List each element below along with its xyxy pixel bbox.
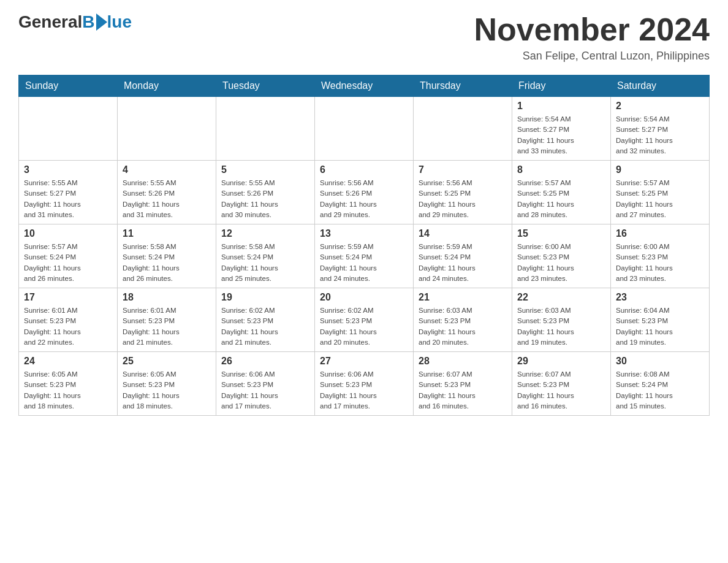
logo-blue: lue: [107, 12, 132, 32]
logo-blue-part: B lue: [82, 12, 132, 32]
day-info: Sunrise: 6:03 AM Sunset: 5:23 PM Dayligh…: [517, 305, 605, 348]
day-info: Sunrise: 6:02 AM Sunset: 5:23 PM Dayligh…: [221, 305, 309, 348]
calendar-cell: [315, 97, 414, 161]
calendar-cell: 9Sunrise: 5:57 AM Sunset: 5:25 PM Daylig…: [611, 161, 710, 224]
day-number: 1: [517, 101, 605, 112]
calendar-cell: 27Sunrise: 6:06 AM Sunset: 5:23 PM Dayli…: [315, 352, 414, 416]
logo-general: General: [18, 12, 82, 32]
day-info: Sunrise: 6:06 AM Sunset: 5:23 PM Dayligh…: [320, 369, 408, 412]
calendar-cell: 1Sunrise: 5:54 AM Sunset: 5:27 PM Daylig…: [512, 97, 611, 161]
col-tuesday: Tuesday: [216, 75, 315, 97]
calendar-header-row: Sunday Monday Tuesday Wednesday Thursday…: [19, 75, 710, 97]
col-sunday: Sunday: [19, 75, 118, 97]
logo-b: B: [82, 12, 94, 32]
week-row-5: 24Sunrise: 6:05 AM Sunset: 5:23 PM Dayli…: [19, 352, 710, 416]
col-thursday: Thursday: [414, 75, 512, 97]
day-number: 14: [419, 228, 507, 239]
day-number: 2: [616, 101, 704, 112]
calendar-cell: [19, 97, 118, 161]
calendar-cell: 16Sunrise: 6:00 AM Sunset: 5:23 PM Dayli…: [611, 224, 710, 288]
calendar-cell: 10Sunrise: 5:57 AM Sunset: 5:24 PM Dayli…: [19, 224, 118, 288]
day-info: Sunrise: 5:59 AM Sunset: 5:24 PM Dayligh…: [419, 242, 507, 284]
day-info: Sunrise: 6:06 AM Sunset: 5:23 PM Dayligh…: [221, 369, 309, 412]
logo-text: General B lue: [18, 12, 132, 32]
day-info: Sunrise: 6:00 AM Sunset: 5:23 PM Dayligh…: [616, 242, 704, 284]
calendar-cell: 11Sunrise: 5:58 AM Sunset: 5:24 PM Dayli…: [118, 224, 216, 288]
calendar-cell: 29Sunrise: 6:07 AM Sunset: 5:23 PM Dayli…: [512, 352, 611, 416]
day-info: Sunrise: 6:01 AM Sunset: 5:23 PM Dayligh…: [24, 305, 112, 348]
calendar-cell: 15Sunrise: 6:00 AM Sunset: 5:23 PM Dayli…: [512, 224, 611, 288]
day-number: 10: [24, 228, 112, 239]
day-info: Sunrise: 5:56 AM Sunset: 5:25 PM Dayligh…: [419, 178, 507, 220]
week-row-3: 10Sunrise: 5:57 AM Sunset: 5:24 PM Dayli…: [19, 224, 710, 288]
calendar-cell: 8Sunrise: 5:57 AM Sunset: 5:25 PM Daylig…: [512, 161, 611, 224]
day-info: Sunrise: 5:58 AM Sunset: 5:24 PM Dayligh…: [221, 242, 309, 284]
calendar-cell: 26Sunrise: 6:06 AM Sunset: 5:23 PM Dayli…: [216, 352, 315, 416]
calendar-cell: 6Sunrise: 5:56 AM Sunset: 5:26 PM Daylig…: [315, 161, 414, 224]
day-number: 8: [517, 164, 605, 175]
day-info: Sunrise: 6:07 AM Sunset: 5:23 PM Dayligh…: [419, 369, 507, 412]
day-number: 17: [24, 292, 112, 303]
calendar-cell: 7Sunrise: 5:56 AM Sunset: 5:25 PM Daylig…: [414, 161, 512, 224]
logo-arrow-icon: [96, 13, 107, 31]
day-number: 21: [419, 292, 507, 303]
day-number: 27: [320, 356, 408, 367]
day-info: Sunrise: 5:55 AM Sunset: 5:26 PM Dayligh…: [123, 178, 211, 220]
day-info: Sunrise: 6:05 AM Sunset: 5:23 PM Dayligh…: [24, 369, 112, 412]
day-number: 20: [320, 292, 408, 303]
day-number: 29: [517, 356, 605, 367]
day-number: 4: [123, 164, 211, 175]
calendar-cell: 20Sunrise: 6:02 AM Sunset: 5:23 PM Dayli…: [315, 288, 414, 352]
calendar-table: Sunday Monday Tuesday Wednesday Thursday…: [18, 75, 710, 416]
calendar-cell: 18Sunrise: 6:01 AM Sunset: 5:23 PM Dayli…: [118, 288, 216, 352]
day-info: Sunrise: 5:56 AM Sunset: 5:26 PM Dayligh…: [320, 178, 408, 220]
calendar-cell: 19Sunrise: 6:02 AM Sunset: 5:23 PM Dayli…: [216, 288, 315, 352]
calendar-cell: [118, 97, 216, 161]
day-info: Sunrise: 6:02 AM Sunset: 5:23 PM Dayligh…: [320, 305, 408, 348]
day-number: 11: [123, 228, 211, 239]
day-info: Sunrise: 6:07 AM Sunset: 5:23 PM Dayligh…: [517, 369, 605, 412]
day-info: Sunrise: 6:03 AM Sunset: 5:23 PM Dayligh…: [419, 305, 507, 348]
calendar-cell: [216, 97, 315, 161]
calendar-cell: 5Sunrise: 5:55 AM Sunset: 5:26 PM Daylig…: [216, 161, 315, 224]
day-info: Sunrise: 6:00 AM Sunset: 5:23 PM Dayligh…: [517, 242, 605, 284]
day-info: Sunrise: 6:04 AM Sunset: 5:23 PM Dayligh…: [616, 305, 704, 348]
title-block: November 2024 San Felipe, Central Luzon,…: [474, 12, 710, 63]
day-number: 25: [123, 356, 211, 367]
day-number: 24: [24, 356, 112, 367]
day-info: Sunrise: 5:57 AM Sunset: 5:25 PM Dayligh…: [517, 178, 605, 220]
day-number: 28: [419, 356, 507, 367]
day-number: 7: [419, 164, 507, 175]
calendar-cell: 12Sunrise: 5:58 AM Sunset: 5:24 PM Dayli…: [216, 224, 315, 288]
day-info: Sunrise: 5:54 AM Sunset: 5:27 PM Dayligh…: [616, 114, 704, 156]
day-info: Sunrise: 6:05 AM Sunset: 5:23 PM Dayligh…: [123, 369, 211, 412]
calendar-cell: 24Sunrise: 6:05 AM Sunset: 5:23 PM Dayli…: [19, 352, 118, 416]
col-monday: Monday: [118, 75, 216, 97]
day-number: 18: [123, 292, 211, 303]
month-year-title: November 2024: [474, 12, 710, 47]
day-number: 3: [24, 164, 112, 175]
week-row-1: 1Sunrise: 5:54 AM Sunset: 5:27 PM Daylig…: [19, 97, 710, 161]
calendar-cell: 21Sunrise: 6:03 AM Sunset: 5:23 PM Dayli…: [414, 288, 512, 352]
day-number: 26: [221, 356, 309, 367]
day-info: Sunrise: 5:59 AM Sunset: 5:24 PM Dayligh…: [320, 242, 408, 284]
day-number: 22: [517, 292, 605, 303]
calendar-cell: 23Sunrise: 6:04 AM Sunset: 5:23 PM Dayli…: [611, 288, 710, 352]
day-number: 19: [221, 292, 309, 303]
day-info: Sunrise: 6:08 AM Sunset: 5:24 PM Dayligh…: [616, 369, 704, 412]
calendar-cell: 25Sunrise: 6:05 AM Sunset: 5:23 PM Dayli…: [118, 352, 216, 416]
day-info: Sunrise: 5:57 AM Sunset: 5:24 PM Dayligh…: [24, 242, 112, 284]
day-number: 9: [616, 164, 704, 175]
day-info: Sunrise: 5:55 AM Sunset: 5:26 PM Dayligh…: [221, 178, 309, 220]
calendar-cell: 4Sunrise: 5:55 AM Sunset: 5:26 PM Daylig…: [118, 161, 216, 224]
day-info: Sunrise: 5:55 AM Sunset: 5:27 PM Dayligh…: [24, 178, 112, 220]
day-number: 23: [616, 292, 704, 303]
calendar-cell: 17Sunrise: 6:01 AM Sunset: 5:23 PM Dayli…: [19, 288, 118, 352]
calendar-cell: 30Sunrise: 6:08 AM Sunset: 5:24 PM Dayli…: [611, 352, 710, 416]
col-friday: Friday: [512, 75, 611, 97]
day-number: 5: [221, 164, 309, 175]
logo: General B lue: [18, 12, 132, 32]
calendar-cell: 14Sunrise: 5:59 AM Sunset: 5:24 PM Dayli…: [414, 224, 512, 288]
week-row-2: 3Sunrise: 5:55 AM Sunset: 5:27 PM Daylig…: [19, 161, 710, 224]
day-info: Sunrise: 5:54 AM Sunset: 5:27 PM Dayligh…: [517, 114, 605, 156]
